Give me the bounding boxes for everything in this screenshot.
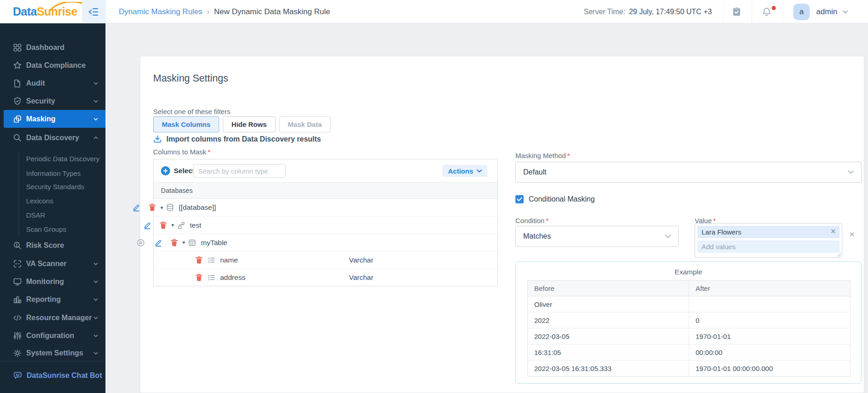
actions-button[interactable]: Actions (442, 165, 487, 177)
sidebar-item-label: DataSunrise Chat Bot (27, 371, 102, 380)
masking-method-value: Default (523, 168, 547, 176)
sidebar-item-label: Risk Score (26, 241, 64, 250)
example-cell: 1970-01-01 (689, 328, 851, 344)
tasks-button[interactable] (726, 0, 747, 23)
sidebar-item-monitoring[interactable]: Monitoring (0, 273, 105, 290)
delete-icon[interactable] (195, 256, 203, 264)
actions-label: Actions (448, 167, 473, 175)
sidebar-item-reporting[interactable]: Reporting (0, 290, 105, 308)
masking-method-label: Masking Method* (515, 152, 570, 159)
edit-icon[interactable] (133, 203, 140, 212)
tree-node-label: test (190, 221, 201, 229)
column-datatype: Varchar (349, 273, 373, 282)
resize-handle[interactable] (837, 252, 841, 257)
masking-icon (13, 115, 22, 124)
conditional-masking-checkbox-row[interactable]: Conditional Masking (515, 195, 595, 203)
tree-node-label: name (220, 256, 238, 264)
example-cell: 2022 (528, 312, 689, 328)
tree-row-column: name Varchar (154, 251, 498, 268)
notifications-button[interactable] (756, 0, 777, 23)
hide-rows-button[interactable]: Hide Rows (223, 116, 276, 132)
sidebar-divider (0, 361, 105, 361)
sidebar-subitem-dsar[interactable]: DSAR (26, 208, 102, 222)
conditional-masking-label: Conditional Masking (529, 195, 595, 203)
sidebar-item-chat-bot[interactable]: DataSunrise Chat Bot (0, 366, 105, 385)
sidebar-item-label: Masking (26, 115, 55, 123)
tree-row-database: ▾ [[database]] (154, 199, 498, 216)
sidebar-item-risk-score[interactable]: Risk Score (0, 236, 105, 254)
required-asterisk: * (546, 217, 548, 224)
clear-values-icon[interactable]: ✕ (847, 229, 857, 240)
chat-bot-icon (13, 371, 22, 381)
sidebar-item-audit[interactable]: Audit (0, 74, 105, 92)
sidebar-item-resource-manager[interactable]: Resource Manager (0, 309, 105, 327)
add-column-button[interactable] (161, 166, 170, 175)
breadcrumb: Dynamic Masking Rules › New Dynamic Data… (119, 0, 330, 23)
chevron-down-icon[interactable] (843, 11, 848, 14)
sidebar-item-data-compliance[interactable]: Data Compliance (0, 56, 105, 74)
shield-check-icon (13, 97, 22, 106)
sidebar-item-label: VA Scanner (26, 260, 66, 268)
sidebar-item-label: Monitoring (26, 278, 64, 286)
breadcrumb-parent[interactable]: Dynamic Masking Rules (119, 7, 202, 16)
datasunrise-logo[interactable]: DataSunrise (13, 5, 77, 18)
sidebar-subitem-lexicons[interactable]: Lexicons (26, 194, 102, 208)
sidebar-item-va-scanner[interactable]: VA Scanner (0, 255, 105, 273)
import-columns-link[interactable]: Import columns from Data Discovery resul… (153, 135, 321, 143)
sidebar-item-label: Reporting (26, 295, 61, 304)
column-icon (207, 273, 216, 282)
mask-columns-button[interactable]: Mask Columns (153, 116, 219, 132)
sidebar-item-label: Audit (26, 79, 45, 87)
sidebar-item-label: Data Compliance (26, 61, 86, 70)
edit-icon[interactable] (144, 221, 151, 229)
topbar-divider (723, 0, 724, 23)
mask-data-button[interactable]: Mask Data (279, 116, 331, 132)
sidebar-subitem-information-types[interactable]: Information Types (26, 166, 102, 180)
masking-method-select[interactable]: Default (515, 162, 862, 183)
sidebar-item-data-discovery[interactable]: Data Discovery (0, 129, 105, 147)
search-input[interactable] (193, 164, 286, 178)
condition-select[interactable]: Matches (515, 226, 679, 247)
sidebar-item-configuration[interactable]: Configuration (0, 327, 105, 344)
tree-node-label: address (220, 273, 245, 282)
user-menu[interactable]: admin (816, 0, 837, 23)
chevron-down-icon (665, 235, 671, 238)
expand-caret[interactable]: ▾ (171, 222, 177, 228)
delete-icon[interactable] (149, 203, 156, 212)
value-tag: Lara Flowers ✕ (697, 226, 840, 238)
expand-caret[interactable]: ▾ (160, 205, 166, 211)
sidebar-subitem-security-standards[interactable]: Security Standards (26, 180, 102, 194)
delete-icon[interactable] (160, 221, 167, 229)
sidebar-item-dashboard[interactable]: Dashboard (0, 38, 105, 56)
example-row: 2022 0 (528, 312, 851, 328)
plus-icon (163, 169, 168, 173)
avatar[interactable]: a (793, 4, 810, 20)
edit-icon[interactable] (155, 239, 162, 247)
sidebar-item-security[interactable]: Security (0, 92, 105, 110)
example-cell: Oliver (528, 296, 689, 312)
checkbox-checked-icon[interactable] (515, 195, 524, 203)
delete-icon[interactable] (171, 239, 178, 247)
server-time-label: Server Time: (584, 8, 625, 16)
breadcrumb-separator: › (207, 8, 209, 16)
chevron-down-icon (94, 262, 98, 265)
expand-caret[interactable]: ▾ (182, 240, 188, 246)
add-values-input[interactable] (697, 240, 840, 253)
preview-icon[interactable] (137, 239, 145, 247)
sidebar: Dashboard Data Compliance Audit Security… (0, 23, 105, 393)
example-title: Example (516, 268, 861, 276)
topbar-divider (752, 0, 752, 23)
delete-icon[interactable] (195, 273, 203, 282)
sidebar-subitem-periodic-data-discovery[interactable]: Periodic Data Discovery (26, 152, 102, 166)
remove-tag-icon[interactable]: ✕ (830, 228, 836, 235)
sidebar-item-system-settings[interactable]: System Settings (0, 344, 105, 362)
sidebar-item-label: System Settings (26, 349, 83, 357)
import-columns-label: Import columns from Data Discovery resul… (166, 135, 321, 143)
sidebar-item-masking[interactable]: Masking (4, 110, 105, 128)
example-col-after: After (689, 281, 851, 296)
sidebar-item-label: Security (26, 97, 55, 105)
example-row: Oliver (528, 296, 851, 312)
sidebar-collapse-button[interactable] (82, 0, 106, 23)
sidebar-subitem-scan-groups[interactable]: Scan Groups (26, 222, 102, 236)
example-row: 2022-03-05 16:31:05.333 1970-01-01 00:00… (528, 360, 851, 377)
